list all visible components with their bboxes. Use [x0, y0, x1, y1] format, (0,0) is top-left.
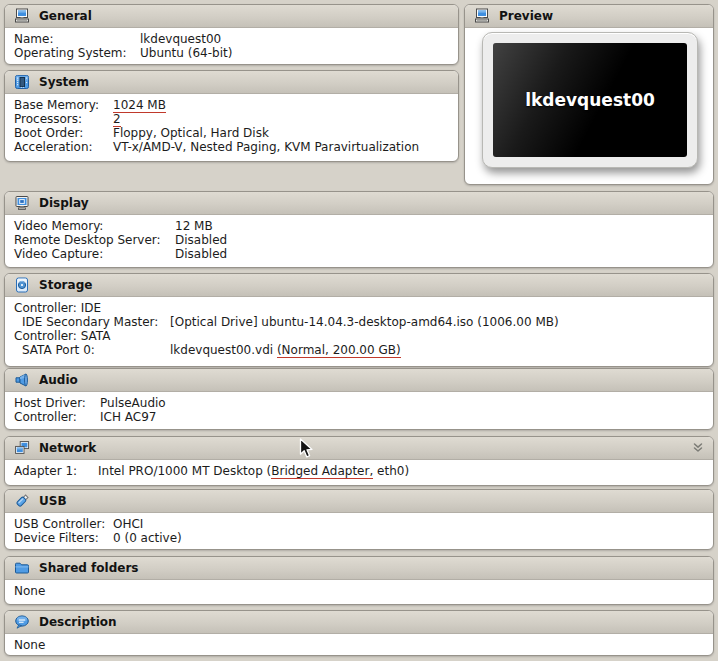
hard-disk-icon — [14, 277, 30, 293]
section-title: System — [39, 75, 89, 89]
general-section: General Name:lkdevquest00Operating Syste… — [4, 4, 459, 65]
row-value: 0 (0 active) — [113, 531, 182, 545]
usb-section-body: USB Controller:OHCIDevice Filters:0 (0 a… — [5, 513, 713, 549]
row-value: Ubuntu (64-bit) — [140, 46, 232, 60]
detail-row: Video Capture:Disabled — [14, 247, 704, 261]
row-value: VT-x/AMD-V, Nested Paging, KVM Paravirtu… — [113, 140, 419, 154]
usb-plug-icon — [14, 493, 30, 509]
comment-bubble-icon — [14, 614, 30, 630]
row-value: PulseAudio — [100, 396, 166, 410]
detail-row: IDE Secondary Master:[Optical Drive] ubu… — [14, 315, 704, 329]
vm-details-pane: { "page": {"background": "#d6d2c9", "acc… — [0, 0, 718, 661]
row-value: None — [14, 584, 45, 598]
detail-row: Name:lkdevquest00 — [14, 32, 449, 46]
system-section-body: Base Memory:1024 MBProcessors:2Boot Orde… — [5, 94, 458, 158]
row-label: Adapter 1: — [14, 464, 98, 478]
audio-section-header[interactable]: Audio — [5, 369, 713, 392]
preview-screen: lkdevquest00 — [493, 43, 687, 157]
detail-row: Base Memory:1024 MB — [14, 98, 449, 112]
folder-icon — [14, 560, 30, 576]
section-title: USB — [39, 494, 67, 508]
detail-row: Acceleration:VT-x/AMD-V, Nested Paging, … — [14, 140, 449, 154]
detail-row: None — [14, 638, 704, 652]
row-label: Operating System: — [14, 46, 140, 60]
row-label: Controller: — [14, 410, 100, 424]
network-section-body: Adapter 1:Intel PRO/1000 MT Desktop (Bri… — [5, 460, 713, 482]
row-label: Video Capture: — [14, 247, 175, 261]
row-value: [Optical Drive] ubuntu-14.04.3-desktop-a… — [170, 315, 559, 329]
section-title: Shared folders — [39, 561, 138, 575]
section-title: Storage — [39, 278, 92, 292]
section-title: Preview — [499, 9, 553, 23]
system-section-header[interactable]: System — [5, 71, 458, 94]
section-title: Network — [39, 441, 96, 455]
description-section-body: None — [5, 634, 713, 656]
display-section-header[interactable]: Display — [5, 192, 713, 215]
detail-row: Remote Desktop Server:Disabled — [14, 233, 704, 247]
shared-folders-section-header[interactable]: Shared folders — [5, 557, 713, 580]
row-label: Acceleration: — [14, 140, 113, 154]
detail-row: Device Filters:0 (0 active) — [14, 531, 704, 545]
display-section-body: Video Memory:12 MBRemote Desktop Server:… — [5, 215, 713, 265]
audio-section: Audio Host Driver:PulseAudioController:I… — [4, 368, 714, 430]
detail-row: SATA Port 0:lkdevquest00.vdi (Normal, 20… — [14, 343, 704, 357]
row-value: 12 MB — [175, 219, 213, 233]
chevron-double-down-icon[interactable] — [690, 440, 706, 456]
row-label: Name: — [14, 32, 140, 46]
network-section-header[interactable]: Network — [5, 437, 713, 460]
speaker-icon — [14, 372, 30, 388]
display-section: Display Video Memory:12 MBRemote Desktop… — [4, 191, 714, 268]
row-label: Device Filters: — [14, 531, 113, 545]
preview-section-header[interactable]: Preview — [465, 5, 713, 28]
row-value: None — [14, 638, 45, 652]
network-section: Network Adapter 1:Intel PRO/1000 MT Desk… — [4, 436, 714, 486]
general-section-header[interactable]: General — [5, 5, 458, 28]
row-value: Disabled — [175, 233, 227, 247]
detail-row: Controller: SATA — [14, 329, 704, 343]
description-section-header[interactable]: Description — [5, 611, 713, 634]
general-section-body: Name:lkdevquest00Operating System:Ubuntu… — [5, 28, 458, 64]
audio-section-body: Host Driver:PulseAudioController:ICH AC9… — [5, 392, 713, 428]
storage-section-body: Controller: IDEIDE Secondary Master:[Opt… — [5, 297, 713, 361]
row-value: lkdevquest00 — [140, 32, 221, 46]
row-label: SATA Port 0: — [14, 343, 170, 357]
detail-row: Processors:2 — [14, 112, 449, 126]
row-label: Host Driver: — [14, 396, 100, 410]
preview-monitor-frame: lkdevquest00 — [482, 32, 698, 168]
row-label: Remote Desktop Server: — [14, 233, 175, 247]
row-value: OHCI — [113, 517, 143, 531]
row-text: Controller: IDE — [14, 301, 101, 315]
detail-row: Video Memory:12 MB — [14, 219, 704, 233]
machine-monitor-icon — [14, 8, 30, 24]
detail-row: Controller: IDE — [14, 301, 704, 315]
section-title: Audio — [39, 373, 78, 387]
usb-section-header[interactable]: USB — [5, 490, 713, 513]
machine-monitor-icon — [474, 8, 490, 24]
section-title: Display — [39, 196, 88, 210]
shared-folders-section: Shared folders None — [4, 556, 714, 605]
cpu-chip-icon — [14, 74, 30, 90]
detail-row: Host Driver:PulseAudio — [14, 396, 704, 410]
row-value: 2 — [113, 112, 121, 126]
storage-section: Storage Controller: IDEIDE Secondary Mas… — [4, 273, 714, 367]
row-value: lkdevquest00.vdi (Normal, 200.00 GB) — [170, 343, 401, 357]
section-title: Description — [39, 615, 117, 629]
row-label: USB Controller: — [14, 517, 113, 531]
detail-row: Controller:ICH AC97 — [14, 410, 704, 424]
usb-section: USB USB Controller:OHCIDevice Filters:0 … — [4, 489, 714, 550]
shared-folders-section-body: None — [5, 580, 713, 602]
detail-row: None — [14, 584, 704, 598]
display-monitor-icon — [14, 195, 30, 211]
row-label: Video Memory: — [14, 219, 175, 233]
storage-section-header[interactable]: Storage — [5, 274, 713, 297]
row-value: 1024 MB — [113, 98, 166, 112]
system-section: System Base Memory:1024 MBProcessors:2Bo… — [4, 70, 459, 162]
row-value: Disabled — [175, 247, 227, 261]
section-title: General — [39, 9, 92, 23]
row-label: IDE Secondary Master: — [14, 315, 170, 329]
network-adapters-icon — [14, 440, 30, 456]
row-text: Controller: SATA — [14, 329, 110, 343]
preview-vm-name: lkdevquest00 — [525, 90, 655, 110]
description-section: Description None — [4, 610, 714, 656]
row-label: Boot Order: — [14, 126, 113, 140]
